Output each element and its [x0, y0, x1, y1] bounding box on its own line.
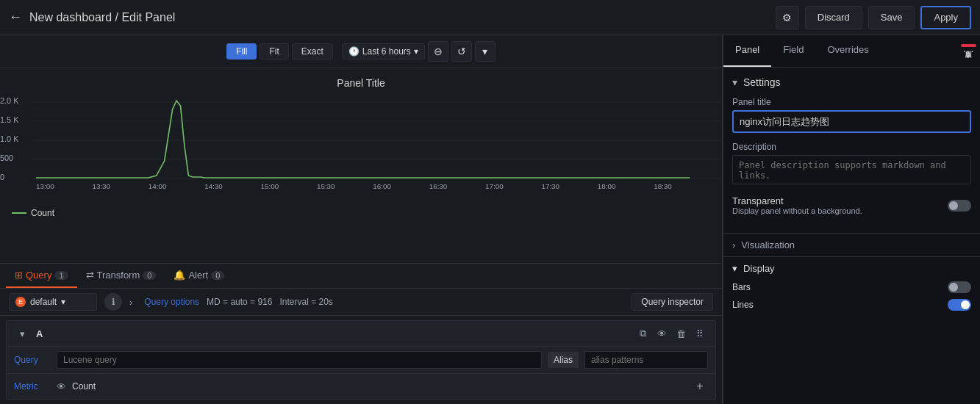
copy-row-button[interactable]: ⧉ — [634, 325, 651, 342]
datasource-logo: E — [15, 297, 26, 307]
description-textarea[interactable] — [732, 155, 971, 184]
panel-title-input[interactable] — [732, 110, 971, 133]
transparent-toggle[interactable] — [948, 200, 971, 212]
visualization-chevron-icon: › — [732, 239, 735, 250]
query-field-input[interactable] — [57, 351, 542, 369]
svg-text:15:00: 15:00 — [261, 182, 279, 190]
svg-text:17:00: 17:00 — [485, 182, 504, 190]
query-row-a: ▾ A ⧉ 👁 🗑 ⠿ Query Alias Metric — [6, 320, 716, 400]
fill-button[interactable]: Fill — [226, 43, 257, 59]
settings-header[interactable]: ▾ Settings — [732, 76, 971, 88]
tab-query[interactable]: ⊞ Query 1 — [6, 264, 77, 288]
tab-field[interactable]: Field — [771, 35, 815, 67]
alias-field-input[interactable] — [584, 351, 708, 369]
legend-color-swatch — [12, 212, 26, 214]
datasource-chevron-icon: ▾ — [61, 297, 65, 307]
collapse-row-button[interactable]: ▾ — [14, 325, 30, 342]
panel-title-field: Panel title — [732, 97, 971, 133]
query-row-header: ▾ A ⧉ 👁 🗑 ⠿ — [7, 321, 715, 347]
svg-text:1.5 K: 1.5 K — [0, 116, 18, 124]
time-range-label: Last 6 hours — [362, 46, 411, 57]
svg-text:500: 500 — [0, 154, 13, 162]
add-metric-button[interactable]: + — [692, 378, 708, 394]
main-layout: Fill Fit Exact 🕐 Last 6 hours ▾ ⊖ ↺ ▾ Pa… — [0, 35, 980, 404]
save-button[interactable]: Save — [868, 6, 915, 29]
svg-text:17:30: 17:30 — [542, 182, 560, 190]
panel-tab-label: Panel — [735, 44, 759, 55]
bars-label: Bars — [732, 282, 948, 292]
delete-row-button[interactable]: 🗑 — [673, 325, 689, 342]
svg-text:2.0 K: 2.0 K — [0, 97, 18, 105]
zoom-out-button[interactable]: ⊖ — [428, 41, 448, 62]
metric-row: Metric 👁 Count + — [7, 373, 715, 399]
metric-count-value: Count — [72, 381, 96, 392]
corner-badge: 新版 — [961, 44, 976, 47]
svg-text:16:30: 16:30 — [429, 182, 448, 190]
svg-text:14:00: 14:00 — [149, 182, 167, 190]
header-actions: ⚙ Discard Save Apply — [776, 6, 971, 29]
svg-text:15:30: 15:30 — [317, 182, 335, 190]
settings-chevron-icon: ▾ — [732, 76, 737, 88]
chart-svg: 2.0 K 1.5 K 1.0 K 500 0 13:00 13:30 14:0… — [0, 95, 722, 190]
refresh-button[interactable]: ↺ — [451, 41, 472, 62]
datasource-select[interactable]: E default ▾ — [9, 293, 97, 311]
apply-button[interactable]: Apply — [920, 6, 971, 29]
query-inspector-button[interactable]: Query inspector — [632, 293, 713, 311]
description-label: Description — [732, 142, 971, 152]
tab-panel[interactable]: Panel — [723, 35, 771, 67]
time-range-picker[interactable]: 🕐 Last 6 hours ▾ — [342, 43, 425, 59]
svg-text:18:00: 18:00 — [598, 182, 616, 190]
header: ← New dashboard / Edit Panel ⚙ Discard S… — [0, 0, 980, 35]
transform-tab-icon: ⇄ — [86, 270, 94, 281]
query-tabs: ⊞ Query 1 ⇄ Transform 0 🔔 Alert 0 — [0, 264, 722, 289]
tab-alert[interactable]: 🔔 Alert 0 — [165, 264, 233, 288]
interval-text: Interval = 20s — [279, 297, 332, 307]
query-info-button[interactable]: ℹ — [104, 293, 122, 311]
right-panel-tabs: Panel Field Overrides ⋯ — [723, 35, 980, 68]
clock-icon: 🕐 — [348, 46, 360, 57]
settings-title: Settings — [743, 76, 781, 88]
datasource-label: default — [30, 297, 57, 307]
svg-text:13:00: 13:00 — [36, 182, 54, 190]
svg-text:1.0 K: 1.0 K — [0, 135, 18, 143]
lines-label: Lines — [732, 300, 948, 310]
svg-text:14:30: 14:30 — [204, 182, 223, 190]
svg-text:0: 0 — [0, 173, 4, 181]
back-button[interactable]: ← — [9, 10, 22, 25]
fit-button[interactable]: Fit — [260, 43, 288, 59]
more-options-button[interactable]: ▾ — [475, 41, 496, 62]
query-options-link[interactable]: Query options — [144, 297, 199, 307]
bars-toggle[interactable] — [948, 281, 971, 293]
overrides-tab-label: Overrides — [827, 44, 868, 55]
tab-overrides[interactable]: Overrides — [815, 35, 880, 67]
transform-tab-badge: 0 — [143, 271, 156, 280]
alias-label: Alias — [548, 352, 579, 368]
md-text: MD = auto = 916 — [207, 297, 272, 307]
hide-row-button[interactable]: 👁 — [654, 325, 670, 342]
lines-toggle[interactable] — [948, 299, 971, 311]
arrow-icon: › — [129, 297, 132, 308]
chart-legend: Count — [0, 205, 722, 221]
drag-row-button[interactable]: ⠿ — [692, 325, 708, 342]
query-tab-badge: 1 — [54, 271, 68, 280]
settings-section: ▾ Settings Panel title Description Trans… — [723, 68, 980, 233]
metric-eye-icon[interactable]: 👁 — [57, 381, 66, 392]
field-tab-label: Field — [783, 44, 804, 55]
display-title: Display — [743, 263, 775, 274]
svg-text:16:00: 16:00 — [373, 182, 391, 190]
right-panel: 新版 Panel Field Overrides ⋯ ▾ Settings Pa… — [723, 35, 980, 404]
chart-area: Panel Title 2.0 K 1.5 K 1.0 K 500 0 — [0, 68, 722, 263]
more-tabs-button[interactable]: ⋯ — [956, 35, 980, 67]
settings-button[interactable]: ⚙ — [776, 6, 799, 29]
alert-tab-label: Alert — [188, 270, 208, 281]
display-header[interactable]: ▾ Display — [732, 263, 971, 274]
chart-title: Panel Title — [0, 77, 722, 89]
tab-transform[interactable]: ⇄ Transform 0 — [77, 264, 165, 288]
discard-button[interactable]: Discard — [805, 6, 862, 29]
visualization-header[interactable]: › Visualization — [732, 239, 971, 250]
chart-canvas: 2.0 K 1.5 K 1.0 K 500 0 13:00 13:30 14:0… — [0, 95, 722, 205]
svg-text:13:30: 13:30 — [92, 182, 110, 190]
exact-button[interactable]: Exact — [292, 43, 333, 59]
chart-toolbar: Fill Fit Exact 🕐 Last 6 hours ▾ ⊖ ↺ ▾ — [0, 35, 722, 68]
query-fields: Query Alias — [7, 347, 715, 373]
